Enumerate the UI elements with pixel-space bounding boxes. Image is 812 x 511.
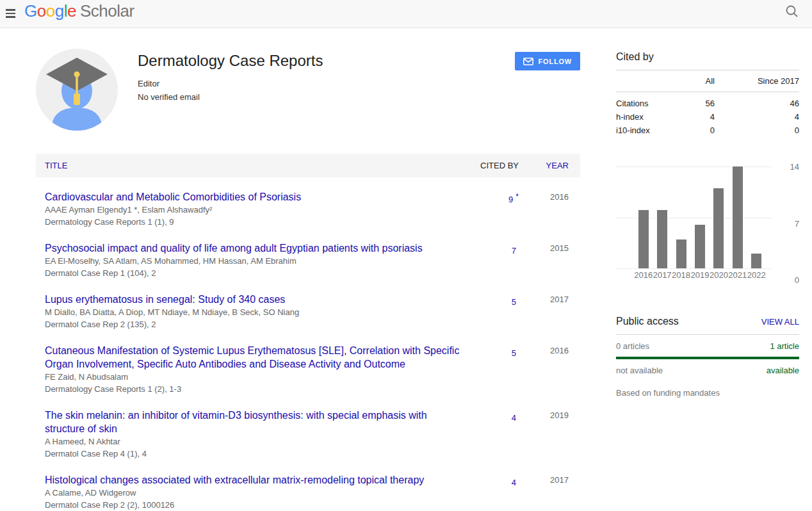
article-title-link[interactable]: Cardiovascular and Metabolic Comorbiditi…: [45, 191, 301, 202]
avatar: [36, 49, 118, 131]
stat-label: i10-index: [616, 124, 657, 137]
chart-xlabel-2020: 2020: [710, 270, 728, 280]
not-available-label: not available: [616, 366, 663, 375]
article-title-link[interactable]: The skin melanin: an inhibitor of vitami…: [45, 410, 427, 434]
chart-xlabel-2017: 2017: [653, 270, 671, 280]
article-authors: FE Zaid, N Abudsalam: [45, 371, 461, 383]
citation-stat-row: i10-index 0 0: [616, 124, 799, 137]
hamburger-menu-icon[interactable]: [3, 5, 20, 22]
stat-value-all: 56: [657, 97, 715, 110]
chart-bar-column: [672, 166, 690, 268]
profile-header: Dermatology Case Reports Editor No verif…: [36, 49, 580, 131]
article-cited-by-cell: 4: [467, 409, 519, 425]
article-cited-by-cell: 5: [467, 293, 519, 309]
sort-by-year-header[interactable]: YEAR: [519, 161, 569, 170]
google-scholar-logo[interactable]: GoogleScholar: [24, 1, 134, 21]
search-icon[interactable]: [784, 3, 800, 20]
article-title-link[interactable]: Psychosocial impact and quality of life …: [45, 243, 423, 254]
stat-value-all: 4: [657, 110, 715, 124]
article-row: Lupus erythematosus in senegal: Study of…: [36, 286, 580, 337]
stat-value-since: 0: [715, 124, 799, 137]
stats-col-since: Since 2017: [715, 76, 799, 86]
google-logo-text: Google: [24, 1, 76, 20]
citations-chart-xlabels: 2016201720182019202020212022: [616, 270, 771, 280]
cited-by-count-link[interactable]: 9: [508, 195, 513, 204]
cited-by-count-link[interactable]: 4: [512, 413, 516, 423]
articles-list: Cardiovascular and Metabolic Comorbiditi…: [36, 177, 580, 511]
profile-email-status: No verified email: [138, 92, 323, 102]
citation-stats-body: Citations 56 46 h-index 4 4 i10-index 0 …: [616, 92, 799, 142]
article-row: The skin melanin: an inhibitor of vitami…: [36, 402, 580, 467]
article-venue: Dermatol Case Rep 2 (2), 1000126: [45, 499, 461, 511]
profile-main-column: Dermatology Case Reports Editor No verif…: [36, 49, 580, 511]
chart-bar-column: [710, 166, 728, 268]
chart-bar-2020[interactable]: [713, 188, 724, 268]
article-year: 2019: [519, 409, 569, 422]
article-title-link[interactable]: Lupus erythematosus in senegal: Study of…: [45, 294, 285, 305]
cited-by-heading: Cited by: [616, 51, 799, 63]
funding-mandates-note: Based on funding mandates: [616, 388, 799, 398]
chart-bar-2016[interactable]: [638, 210, 649, 268]
top-navigation-bar: GoogleScholar: [0, 0, 812, 28]
article-main: Lupus erythematosus in senegal: Study of…: [45, 293, 467, 330]
follow-button[interactable]: FOLLOW: [515, 52, 580, 70]
article-authors: M Diallo, BA Diatta, A Diop, MT Ndiaye, …: [45, 307, 461, 318]
chart-bar-column: [728, 166, 747, 268]
article-row: Psychosocial impact and quality of life …: [36, 235, 580, 286]
sidebar: Cited by All Since 2017 Citations 56 46 …: [616, 51, 799, 398]
chart-bar-column: [653, 166, 671, 268]
chart-bar-column: [747, 166, 766, 268]
article-authors: EA El-Moselhy, SA Atlam, AS Mohammed, HM…: [45, 256, 461, 267]
profile-info: Dermatology Case Reports Editor No verif…: [138, 49, 323, 131]
follow-button-label: FOLLOW: [539, 58, 572, 65]
article-title-link[interactable]: Histological changes associated with ext…: [45, 474, 424, 485]
citation-stats-table: All Since 2017 Citations 56 46 h-index 4…: [616, 70, 799, 142]
cited-by-count-link[interactable]: 4: [512, 478, 516, 487]
chart-ytick-0: 0: [775, 275, 799, 285]
article-authors: A Calame, AD Widgerow: [45, 487, 461, 499]
available-label: available: [767, 366, 799, 375]
chart-ytick-7: 7: [775, 219, 799, 229]
article-cited-by-cell: 7: [467, 241, 519, 257]
cited-by-count-link[interactable]: 5: [512, 297, 516, 307]
article-authors: AAAE Ayman Elgendy1 *, Eslam Alshawadfy²: [45, 204, 461, 216]
article-title-link[interactable]: Cutaneous Manifestation of Systemic Lupu…: [45, 345, 459, 369]
available-count: 1 article: [770, 341, 799, 351]
chart-bar-2022[interactable]: [751, 254, 761, 268]
citations-per-year-chart: 14 7 0 2016201720182019202020212022: [616, 166, 799, 280]
article-venue: Dermatology Case Reports 1 (1), 9: [45, 216, 461, 228]
chart-bar-column: [634, 166, 653, 268]
stats-col-all: All: [657, 76, 715, 86]
sort-by-title-header[interactable]: TITLE: [45, 161, 461, 170]
citation-stat-row: h-index 4 4: [616, 110, 799, 124]
chart-xlabel-2021: 2021: [728, 270, 747, 280]
article-year: 2017: [519, 293, 569, 306]
public-access-heading: Public access: [616, 316, 679, 327]
citation-stat-row: Citations 56 46: [616, 97, 799, 110]
citation-stats-header: All Since 2017: [616, 70, 799, 92]
stat-label: Citations: [616, 97, 657, 110]
chart-bar-2018[interactable]: [676, 239, 686, 268]
article-main: Histological changes associated with ext…: [45, 473, 467, 511]
article-year: 2016: [519, 344, 569, 357]
divider: [616, 334, 799, 335]
chart-bar-column: [690, 166, 709, 268]
public-access-panel: Public access VIEW ALL 0 articles 1 arti…: [616, 316, 799, 398]
chart-bar-2019[interactable]: [695, 225, 705, 268]
chart-xlabel-2022: 2022: [747, 270, 766, 280]
chart-bar-2021[interactable]: [733, 166, 743, 268]
cited-by-count-link[interactable]: 7: [512, 246, 516, 256]
not-available-count: 0 articles: [616, 341, 649, 351]
scholar-logo-text: Scholar: [80, 1, 134, 20]
stat-label: h-index: [616, 110, 657, 124]
article-row: Cutaneous Manifestation of Systemic Lupu…: [36, 337, 580, 402]
citations-chart-plot: [616, 166, 771, 268]
public-access-progress-bar: [616, 357, 799, 359]
chart-bar-2017[interactable]: [657, 210, 667, 268]
cited-by-column-header: CITED BY: [461, 161, 519, 170]
profile-role: Editor: [138, 79, 323, 88]
view-all-link[interactable]: VIEW ALL: [761, 317, 799, 327]
stat-value-all: 0: [657, 124, 715, 137]
article-year: 2017: [519, 473, 569, 487]
cited-by-count-link[interactable]: 5: [512, 348, 516, 358]
